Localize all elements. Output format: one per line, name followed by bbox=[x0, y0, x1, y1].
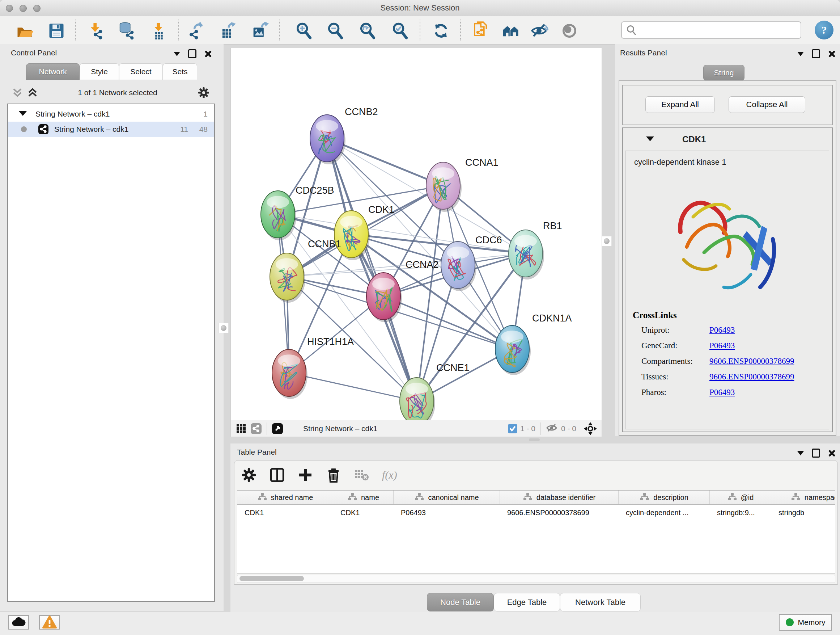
memory-button[interactable]: Memory bbox=[779, 614, 832, 631]
panel-menu-icon[interactable] bbox=[797, 451, 804, 455]
export-image-button[interactable] bbox=[249, 21, 270, 41]
gene-expander-icon[interactable] bbox=[645, 135, 655, 144]
table-cell[interactable]: CDK1 bbox=[333, 509, 393, 517]
refresh-button[interactable] bbox=[431, 21, 452, 41]
edge-HIST1H1A-CCNE1[interactable] bbox=[289, 373, 417, 401]
panel-float-icon[interactable] bbox=[812, 49, 820, 58]
node-CCNA1[interactable]: CCNA1 bbox=[426, 157, 499, 212]
open-session-button[interactable] bbox=[14, 21, 35, 41]
export-network-button[interactable] bbox=[187, 21, 207, 41]
zoom-selected-button[interactable] bbox=[390, 21, 410, 41]
hide-details-button[interactable] bbox=[529, 21, 549, 41]
crosshair-icon[interactable] bbox=[584, 423, 597, 435]
node-RB1[interactable]: RB1 bbox=[508, 220, 562, 279]
table-cell[interactable]: P06493 bbox=[393, 509, 500, 517]
save-session-button[interactable] bbox=[46, 21, 66, 41]
panel-float-icon[interactable] bbox=[812, 448, 820, 458]
collapse-all-button[interactable]: Collapse All bbox=[729, 96, 805, 113]
import-network-file-button[interactable] bbox=[86, 21, 106, 41]
column-header-database-identifier[interactable]: database identifier bbox=[500, 491, 619, 504]
import-table-button[interactable] bbox=[149, 21, 169, 41]
network-options-gear-icon[interactable] bbox=[197, 87, 210, 99]
network-row-selected[interactable]: String Network – cdk1 11 48 bbox=[8, 122, 214, 137]
crosslink-link[interactable]: P06493 bbox=[709, 388, 735, 397]
tab-select[interactable]: Select bbox=[119, 63, 163, 80]
tab-sets[interactable]: Sets bbox=[163, 63, 197, 80]
table-cell[interactable]: cyclin-dependent ... bbox=[619, 509, 710, 517]
expand-all-networks-icon[interactable] bbox=[27, 88, 38, 98]
tab-network-table[interactable]: Network Table bbox=[560, 593, 641, 611]
tab-node-table[interactable]: Node Table bbox=[427, 593, 494, 611]
column-header-name[interactable]: name bbox=[333, 491, 393, 504]
scrollbar-thumb[interactable] bbox=[240, 576, 304, 581]
column-header--id[interactable]: @id bbox=[710, 491, 771, 504]
window-minimize-button[interactable] bbox=[19, 5, 27, 12]
column-header-description[interactable]: description bbox=[619, 491, 710, 504]
collapse-all-networks-icon[interactable] bbox=[12, 88, 22, 98]
zoom-in-button[interactable] bbox=[294, 21, 314, 41]
show-details-button[interactable] bbox=[559, 21, 579, 41]
table-horizontal-scrollbar[interactable] bbox=[237, 575, 835, 583]
delete-table-button[interactable] bbox=[354, 467, 370, 483]
search-input[interactable] bbox=[638, 23, 796, 36]
tab-edge-table[interactable]: Edge Table bbox=[494, 593, 560, 611]
column-header-namespace[interactable]: namespace bbox=[771, 491, 835, 504]
panel-close-icon[interactable] bbox=[828, 50, 835, 57]
network-badge-gray[interactable] bbox=[251, 423, 262, 434]
window-zoom-button[interactable] bbox=[33, 5, 41, 12]
right-splitter-handle[interactable] bbox=[602, 236, 612, 246]
table-cell[interactable]: stringdb:9... bbox=[710, 509, 771, 517]
collection-expander-icon[interactable] bbox=[18, 109, 27, 119]
zoom-out-button[interactable] bbox=[325, 21, 346, 41]
node-CDC25B[interactable]: CDC25B bbox=[261, 185, 334, 241]
table-settings-button[interactable] bbox=[241, 467, 257, 483]
node-HIST1H1A[interactable]: HIST1H1A bbox=[272, 336, 354, 399]
network-collection-row[interactable]: String Network – cdk1 1 bbox=[8, 106, 214, 122]
panel-menu-icon[interactable] bbox=[797, 52, 804, 56]
export-table-button[interactable] bbox=[218, 21, 238, 41]
birdseye-toggle[interactable] bbox=[272, 423, 283, 434]
network-graph[interactable]: CCNB2 CCNA1 CDC25B CDK1 CDC6 RB1 CCNB1 bbox=[231, 48, 602, 420]
crosslink-link[interactable]: 9606.ENSP00000378699 bbox=[709, 372, 794, 382]
delete-column-button[interactable] bbox=[325, 467, 341, 483]
warnings-button[interactable] bbox=[39, 615, 60, 630]
window-close-button[interactable] bbox=[6, 5, 13, 12]
horizontal-splitter-handle[interactable] bbox=[529, 439, 540, 441]
table-cell[interactable]: CDK1 bbox=[237, 509, 333, 517]
crosslink-link[interactable]: P06493 bbox=[709, 325, 735, 335]
grid-view-icon[interactable] bbox=[236, 423, 246, 434]
table-cell[interactable]: stringdb bbox=[771, 509, 835, 517]
node-CDKN1A[interactable]: CDKN1A bbox=[495, 313, 572, 375]
node-table[interactable]: shared namenamecanonical namedatabase id… bbox=[237, 490, 835, 573]
column-header-shared-name[interactable]: shared name bbox=[237, 491, 333, 504]
tab-style[interactable]: Style bbox=[80, 63, 119, 80]
panel-menu-icon[interactable] bbox=[174, 52, 180, 56]
automation-status-button[interactable] bbox=[8, 615, 29, 630]
network-canvas[interactable]: CCNB2 CCNA1 CDC25B CDK1 CDC6 RB1 CCNB1 bbox=[231, 48, 602, 437]
panel-close-icon[interactable] bbox=[204, 50, 211, 57]
tab-network[interactable]: Network bbox=[26, 63, 80, 80]
import-network-database-button[interactable] bbox=[117, 21, 137, 41]
add-column-button[interactable] bbox=[297, 467, 313, 483]
left-splitter-handle[interactable] bbox=[218, 323, 229, 333]
column-header-canonical-name[interactable]: canonical name bbox=[393, 491, 500, 504]
help-button[interactable]: ? bbox=[815, 21, 834, 40]
show-all-windows-button[interactable] bbox=[501, 21, 521, 41]
table-delete-icon bbox=[355, 468, 369, 482]
table-cell[interactable]: 9606.ENSP00000378699 bbox=[500, 509, 619, 517]
zoom-fit-button[interactable] bbox=[357, 21, 378, 41]
panel-close-icon[interactable] bbox=[828, 450, 835, 456]
selected-checkbox[interactable] bbox=[508, 424, 517, 433]
function-builder-button[interactable]: f(x) bbox=[382, 469, 397, 481]
edge-CCNB2-CCNE1[interactable] bbox=[327, 138, 417, 401]
node-CDK1[interactable]: CDK1 bbox=[334, 204, 394, 260]
crosslink-link[interactable]: P06493 bbox=[709, 341, 735, 350]
table-row[interactable]: CDK1CDK1P064939606.ENSP00000378699cyclin… bbox=[237, 505, 835, 520]
clone-network-button[interactable] bbox=[470, 21, 490, 41]
expand-all-button[interactable]: Expand All bbox=[645, 96, 715, 113]
crosslink-link[interactable]: 9606.ENSP00000378699 bbox=[709, 356, 794, 366]
gene-section-header[interactable]: CDK1 bbox=[623, 128, 832, 150]
panel-float-icon[interactable] bbox=[188, 49, 196, 58]
tab-string[interactable]: String bbox=[703, 65, 745, 81]
show-columns-button[interactable] bbox=[269, 467, 285, 483]
